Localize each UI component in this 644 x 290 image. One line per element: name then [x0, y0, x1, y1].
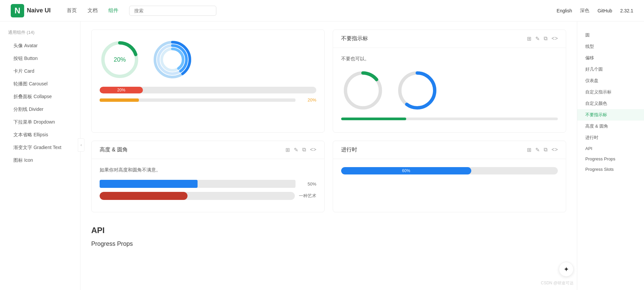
search-input[interactable] [129, 6, 216, 16]
edit-icon[interactable]: ✎ [535, 35, 540, 42]
card-in-progress-header: 进行时 ⊞ ✎ ⧉ <> [333, 141, 566, 159]
nav-home[interactable]: 首页 [67, 7, 77, 14]
bar-orange-track [100, 98, 296, 102]
bar-red-art-fill [100, 192, 187, 200]
right-sidebar-item-custom-color[interactable]: 自定义颜色 [577, 98, 644, 109]
bar-progress-label: 60% [402, 168, 410, 173]
bar-blue-50-fill [100, 180, 198, 188]
circle-green-label: 20% [114, 56, 126, 63]
bar-red-wrap: 20% [100, 87, 316, 93]
grid-icon[interactable]: ⊞ [527, 35, 531, 42]
api-title: API [91, 226, 566, 235]
right-sidebar-item-progress-slots[interactable]: Progress Slots [577, 164, 644, 174]
code-icon2[interactable]: <> [310, 147, 316, 153]
card-height-corner-title: 高度 & 圆角 [100, 146, 128, 153]
lang-switch[interactable]: English [557, 8, 572, 13]
circle-blue-no-indicator [395, 69, 439, 112]
bar-red-track: 20% [100, 87, 316, 93]
card-no-indicator-header: 不要指示标 ⊞ ✎ ⧉ <> [333, 30, 566, 48]
bar-progress-track: 60% [341, 167, 558, 174]
logo-text: Naive UI [27, 7, 51, 14]
logo-area[interactable]: N Naive UI [11, 4, 51, 17]
card-in-progress-title: 进行时 [341, 146, 357, 153]
card-no-indicator-body: 不要也可以。 [333, 48, 566, 132]
card-no-indicator-actions: ⊞ ✎ ⧉ <> [527, 35, 558, 42]
sidebar-right: 圆 线型 偏移 好几个圆 仪表盘 自定义指示标 自定义颜色 不要指示标 高度 &… [577, 21, 644, 290]
grid-icon2[interactable]: ⊞ [285, 147, 290, 153]
right-sidebar-item-line[interactable]: 线型 [577, 41, 644, 52]
grid-icon3[interactable]: ⊞ [527, 147, 531, 153]
right-sidebar-item-no-indicator[interactable]: 不要指示标 [577, 109, 644, 121]
right-sidebar-item-progress-props[interactable]: Progress Props [577, 154, 644, 164]
api-section: API Progress Props [91, 220, 566, 257]
bar-blue-50-track [100, 180, 296, 188]
no-indicator-circles [341, 69, 558, 112]
card-height-corner-actions: ⊞ ✎ ⧉ <> [285, 147, 316, 153]
sidebar-item-dropdown[interactable]: 下拉菜单 Dropdown [0, 116, 80, 129]
code-icon3[interactable]: <> [551, 147, 558, 153]
edit-icon2[interactable]: ✎ [294, 147, 298, 153]
card-in-progress-body: 60% [333, 159, 566, 187]
circle-grey-svg [341, 69, 385, 112]
right-sidebar-item-circle[interactable]: 圆 [577, 29, 644, 41]
theme-switch[interactable]: 深色 [580, 8, 589, 14]
magic-button[interactable]: ✦ [559, 262, 574, 277]
right-sidebar-item-multiple[interactable]: 好几个圆 [577, 64, 644, 75]
sidebar-item-icon[interactable]: 图标 Icon [0, 154, 80, 167]
sidebar-item-divider[interactable]: 分割线 Divider [0, 103, 80, 116]
nav-docs[interactable]: 文档 [88, 7, 98, 14]
sidebar-item-button[interactable]: 按钮 Button [0, 52, 80, 65]
sidebar-item-carousel[interactable]: 轮播图 Carousel [0, 78, 80, 90]
second-cards-row: 高度 & 圆角 ⊞ ✎ ⧉ <> 如果你对高度和圆角不满意。 [91, 141, 566, 212]
card-circle-bar-demo: 20% [91, 29, 325, 133]
card-circle-bar-body: 20% [92, 30, 324, 116]
card-no-indicator-desc: 不要也可以。 [341, 56, 558, 62]
svg-text:N: N [14, 6, 20, 15]
circles-row: 20% [100, 38, 316, 81]
bar-orange-fill [100, 98, 139, 102]
top-cards-row: 20% [91, 29, 566, 133]
sidebar-collapse-button[interactable]: ‹ [78, 138, 85, 152]
bar-green-track [341, 118, 558, 120]
header-right: English 深色 GitHub 2.32.1 [557, 8, 633, 14]
right-sidebar-item-in-progress[interactable]: 进行时 [577, 132, 644, 143]
sidebar-item-collapse[interactable]: 折叠面板 Collapse [0, 90, 80, 103]
logo-icon: N [11, 4, 24, 17]
bar-green-no-indicator [341, 118, 558, 120]
magic-icon: ✦ [564, 265, 569, 273]
circle-blue-no-indicator-svg [395, 69, 439, 112]
sidebar-left: 通用组件 (14) 头像 Avatar 按钮 Button 卡片 Card 轮播… [0, 21, 80, 290]
github-link[interactable]: GitHub [597, 8, 612, 13]
circle-green: 20% [100, 40, 140, 80]
right-sidebar-item-custom-indicator[interactable]: 自定义指示标 [577, 86, 644, 98]
right-sidebar-item-height-corner[interactable]: 高度 & 圆角 [577, 121, 644, 132]
right-sidebar-item-offset[interactable]: 偏移 [577, 52, 644, 64]
api-subtitle: Progress Props [91, 240, 566, 247]
circle-blue-svg [151, 38, 194, 81]
progress-bars-top: 20% 20% [100, 87, 316, 102]
copy-icon3[interactable]: ⧉ [544, 147, 547, 153]
card-height-corner: 高度 & 圆角 ⊞ ✎ ⧉ <> 如果你对高度和圆角不满意。 [91, 141, 325, 212]
bar-progress-wrap: 60% [341, 167, 558, 174]
right-sidebar-item-api[interactable]: API [577, 143, 644, 154]
nav-components[interactable]: 组件 [108, 7, 118, 14]
bar-green-fill [341, 118, 406, 120]
sidebar-item-card[interactable]: 卡片 Card [0, 65, 80, 78]
copy-icon2[interactable]: ⧉ [302, 147, 306, 153]
bar-red-art-track [100, 192, 295, 200]
card-height-corner-desc: 如果你对高度和圆角不满意。 [100, 167, 316, 173]
sidebar-item-avatar[interactable]: 头像 Avatar [0, 40, 80, 52]
card-in-progress-actions: ⊞ ✎ ⧉ <> [527, 147, 558, 153]
card-no-indicator-title: 不要指示标 [341, 35, 368, 42]
card-no-indicator: 不要指示标 ⊞ ✎ ⧉ <> 不要也可以。 [333, 29, 566, 133]
sidebar-item-ellipsis[interactable]: 文本省略 Ellipsis [0, 129, 80, 141]
card-in-progress: 进行时 ⊞ ✎ ⧉ <> 60% [333, 141, 566, 212]
version-label: 2.32.1 [620, 8, 633, 13]
edit-icon3[interactable]: ✎ [535, 147, 540, 153]
chevron-left-icon: ‹ [80, 143, 82, 147]
copy-icon[interactable]: ⧉ [544, 35, 547, 42]
circle-grey-no-indicator [341, 69, 385, 112]
right-sidebar-item-gauge[interactable]: 仪表盘 [577, 75, 644, 86]
sidebar-item-gradient[interactable]: 渐变文字 Gradient Text [0, 141, 80, 154]
code-icon[interactable]: <> [551, 35, 558, 42]
